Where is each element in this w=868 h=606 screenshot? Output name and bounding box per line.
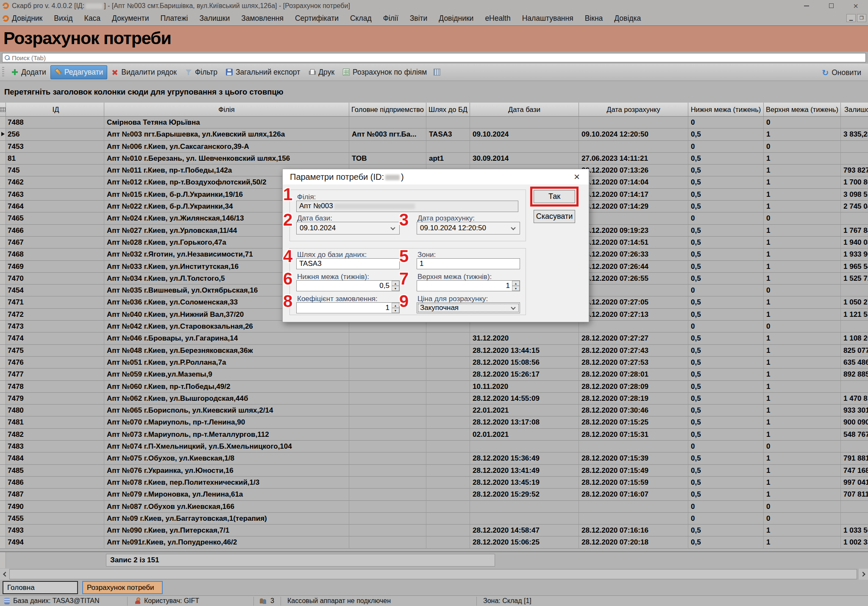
menu-item-12[interactable]: eHealth <box>485 14 510 23</box>
cell-col0: 7486 <box>6 477 104 489</box>
filter-button[interactable]: Фільтр <box>181 65 222 79</box>
menu-item-13[interactable]: Налаштування <box>522 14 573 23</box>
close-button[interactable]: × <box>843 0 868 11</box>
column-header-7[interactable]: Верхня межа (тижень) <box>764 103 841 117</box>
tab-calculation[interactable]: Розрахунок потреби <box>82 581 163 594</box>
table-row[interactable]: 81Апт №010 г.Березань, ул. Шевченковский… <box>0 153 868 165</box>
column-header-3[interactable]: Шлях до БД <box>426 103 470 117</box>
menu-item-3[interactable]: Документи <box>112 14 149 23</box>
calc-by-branch-button[interactable]: Розрахунок по філіям <box>339 65 431 79</box>
horizontal-scrollbar[interactable] <box>0 569 868 580</box>
column-header-8[interactable]: Залишок ( <box>841 103 868 117</box>
menu-item-8[interactable]: Склад <box>350 14 372 23</box>
cell-col8: 892 885, <box>841 369 868 380</box>
cell-col5: 28.12.2020 07:14:51 <box>579 237 688 249</box>
cell-col0: 7455 <box>6 513 104 525</box>
table-row[interactable]: 7494Апт №091г.Киев, ул.Попудренко,46/228… <box>0 536 868 548</box>
dialog-title-bar[interactable]: Параметри потреби (ID:) <box>283 169 589 184</box>
minimize-button[interactable] <box>794 0 819 11</box>
menu-item-5[interactable]: Залишки <box>200 14 230 23</box>
spin-down-icon[interactable]: ▼ <box>512 286 520 291</box>
spin-up-icon[interactable]: ▲ <box>392 303 399 308</box>
coef-spinner[interactable]: 1 ▲▼ <box>296 302 400 313</box>
column-header-6[interactable]: Нижня межа (тижень) <box>688 103 764 117</box>
mdi-minimize-button[interactable]: ▁ <box>846 14 856 22</box>
calc-date-combobox[interactable]: 09.10.2024 12:20:50 <box>417 222 520 235</box>
column-header-0[interactable]: ІД <box>6 103 104 117</box>
db-path-field[interactable]: TASA3 <box>296 258 400 269</box>
menu-item-2[interactable]: Каса <box>84 14 100 23</box>
table-row[interactable]: 7482Апт №073 г.Мариуполь, пр-т.Металлург… <box>0 429 868 441</box>
cell-col5: 28.12.2020 09:19:23 <box>579 225 688 237</box>
table-row[interactable]: 7480Апт №065 г.Борисполь, ул.Киевский шл… <box>0 405 868 416</box>
restore-button[interactable] <box>819 0 843 11</box>
column-header-1[interactable]: Філія <box>104 103 349 117</box>
delete-row-button[interactable]: Видалити рядок <box>107 65 181 79</box>
zones-field[interactable]: 1 <box>417 258 520 269</box>
spin-down-icon[interactable]: ▼ <box>392 286 399 291</box>
table-row[interactable]: 7477Апт №059 г.Киев,ул.Мазепы,928.12.202… <box>0 369 868 380</box>
table-row[interactable]: 7490Апт №087 г.Обухов ул.Киевская,16600 <box>0 501 868 513</box>
spin-down-icon[interactable]: ▼ <box>392 308 399 313</box>
toolbar-grip[interactable] <box>2 67 4 77</box>
low-limit-spinner[interactable]: 0,5 ▲▼ <box>296 280 400 291</box>
table-row[interactable]: 7476Апт №051 г.Киев, ул.Р.Роллана,7а28.1… <box>0 357 868 369</box>
scrollbar-thumb[interactable] <box>9 569 857 579</box>
table-row[interactable]: 7484Апт №075 г.Обухов, ул.Киевская,1/828… <box>0 452 868 464</box>
menu-item-14[interactable]: Вікна <box>585 14 603 23</box>
column-header-4[interactable]: Дата бази <box>470 103 579 117</box>
table-row[interactable]: 7473Апт №042 г.Киев, ул.Старовокзальная,… <box>0 321 868 332</box>
table-row[interactable]: 7474Апт №046 г.Бровары, ул.Гагарина,1431… <box>0 332 868 344</box>
table-row[interactable]: 256Апт №003 пгт.Барышевка, ул.Киевский ш… <box>0 128 868 140</box>
menu-item-4[interactable]: Платежі <box>160 14 188 23</box>
menu-item-0[interactable]: Довідник <box>12 14 42 23</box>
table-row[interactable]: 7485Апт №076 г.Украинка, ул.Юности,1628.… <box>0 465 868 477</box>
mdi-restore-button[interactable]: ❐ <box>857 14 866 22</box>
menu-item-6[interactable]: Замовлення <box>241 14 284 23</box>
table-row[interactable]: 7475Апт №048 г.Киев, ул.Березняковская,3… <box>0 345 868 357</box>
menu-item-9[interactable]: Філії <box>383 14 398 23</box>
cell-col1: Апт №09 г.Киев, ул.Баггаутовская,1(терап… <box>104 513 349 525</box>
columns-icon[interactable] <box>434 69 440 75</box>
table-row[interactable]: 7493Апт №090 г.Киев, ул.Питерская,7/128.… <box>0 525 868 536</box>
cell-col6: 0,5 <box>688 525 764 536</box>
scroll-right-button[interactable] <box>859 569 868 580</box>
add-button[interactable]: Додати <box>7 65 50 79</box>
price-combobox[interactable]: Закупочная <box>417 302 520 313</box>
scroll-left-button[interactable] <box>0 569 9 580</box>
base-date-combobox[interactable]: 09.10.2024 <box>296 222 400 235</box>
edit-button[interactable]: Редагувати <box>50 65 108 79</box>
cell-col0: 7479 <box>6 393 104 405</box>
search-input[interactable] <box>12 54 855 61</box>
table-row[interactable]: 7488Смірнова Тетяна Юрьївна00 <box>0 117 868 128</box>
spin-up-icon[interactable]: ▲ <box>392 281 399 286</box>
table-row[interactable]: 7455Апт №09 г.Киев, ул.Баггаутовская,1(т… <box>0 513 868 525</box>
table-row[interactable]: 7486Апт №078 г.Киев, пер.Политехнический… <box>0 477 868 489</box>
menu-item-15[interactable]: Довідка <box>614 14 641 23</box>
table-row[interactable]: 7478Апт №060 г.Киев, пр-т.Победы,49/210.… <box>0 381 868 393</box>
cell-col3 <box>426 477 470 489</box>
column-header-2[interactable]: Головне підприемство <box>349 103 426 117</box>
cell-col4: 31.12.2020 <box>470 332 579 344</box>
spin-up-icon[interactable]: ▲ <box>512 281 520 286</box>
menu-item-11[interactable]: Довідники <box>439 14 473 23</box>
menu-item-7[interactable]: Сертифікати <box>295 14 339 23</box>
tab-home[interactable]: Головна <box>3 581 78 594</box>
table-row[interactable]: 7453Апт №006 г.Киев, ул.Саксаганского,39… <box>0 141 868 153</box>
menu-item-1[interactable]: Вихід <box>54 14 72 23</box>
print-button[interactable]: Друк <box>304 65 339 79</box>
column-header-5[interactable]: Дата розрахунку <box>579 103 688 117</box>
dialog-close-icon[interactable]: × <box>571 171 583 183</box>
table-row[interactable]: 7479Апт №062 г.Киев, ул.Вышгородская,44б… <box>0 393 868 405</box>
high-limit-spinner[interactable]: 1 ▲▼ <box>417 280 520 291</box>
status-connection-count: 3 <box>259 597 274 605</box>
table-row[interactable]: 7487Апт №079 г.Мироновка, ул.Ленина,61а2… <box>0 489 868 500</box>
cancel-button[interactable]: Скасувати <box>534 210 575 223</box>
export-button[interactable]: Загальний експорт <box>222 65 304 79</box>
group-by-panel[interactable]: Перетягніть заголовок колонки сюди для у… <box>0 81 868 103</box>
table-row[interactable]: 7481Апт №070 г.Мариуполь, пр-т.Ленина,90… <box>0 416 868 428</box>
menu-item-10[interactable]: Звіти <box>410 14 428 23</box>
refresh-button[interactable]: ↻Оновити <box>818 66 865 80</box>
table-row[interactable]: 7483Апт №074 г.П-Хмельницкий, ул.Б.Хмель… <box>0 441 868 452</box>
cell-col8: 1 033 50 <box>841 525 868 536</box>
